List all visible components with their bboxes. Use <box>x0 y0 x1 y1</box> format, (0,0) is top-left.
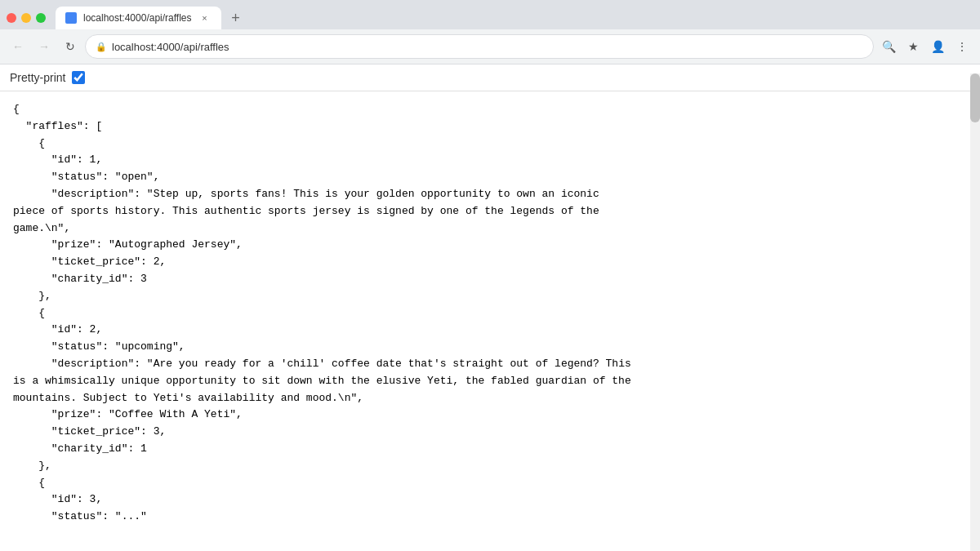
window-minimize-button[interactable] <box>21 13 31 23</box>
tab-favicon <box>65 12 77 24</box>
bookmark-icon[interactable]: ★ <box>902 35 924 58</box>
tab-bar: localhost:4000/api/raffles × + <box>0 0 980 29</box>
scrollbar-thumb[interactable] <box>970 73 980 122</box>
window-controls <box>7 13 46 23</box>
address-bar[interactable]: 🔒 localhost:4000/api/raffles <box>85 34 874 59</box>
browser-chrome: localhost:4000/api/raffles × + ← → ↻ 🔒 l… <box>0 0 980 64</box>
refresh-button[interactable]: ↻ <box>59 35 82 58</box>
url-text: localhost:4000/api/raffles <box>112 41 863 53</box>
json-output: { "raffles": [ { "id": 1, "status": "ope… <box>0 91 980 535</box>
search-icon[interactable]: 🔍 <box>877 35 900 58</box>
new-tab-button[interactable]: + <box>225 7 247 29</box>
back-button[interactable]: ← <box>7 35 29 58</box>
forward-button[interactable]: → <box>33 35 56 58</box>
toolbar-right: 🔍 ★ 👤 ⋮ <box>877 35 973 58</box>
pretty-print-bar: Pretty-print <box>0 64 980 91</box>
pretty-print-label: Pretty-print <box>10 71 65 84</box>
active-tab[interactable]: localhost:4000/api/raffles × <box>56 7 221 29</box>
window-maximize-button[interactable] <box>36 13 46 23</box>
address-bar-row: ← → ↻ 🔒 localhost:4000/api/raffles 🔍 ★ 👤… <box>0 29 980 64</box>
lock-icon: 🔒 <box>96 42 107 52</box>
pretty-print-checkbox[interactable] <box>72 71 85 84</box>
tab-close-button[interactable]: × <box>198 11 212 24</box>
page-content: Pretty-print { "raffles": [ { "id": 1, "… <box>0 64 980 535</box>
window-close-button[interactable] <box>7 13 16 23</box>
profile-icon[interactable]: 👤 <box>926 35 949 58</box>
scrollbar-track[interactable] <box>970 73 980 535</box>
menu-icon[interactable]: ⋮ <box>951 35 973 58</box>
tab-title: localhost:4000/api/raffles <box>83 12 192 24</box>
